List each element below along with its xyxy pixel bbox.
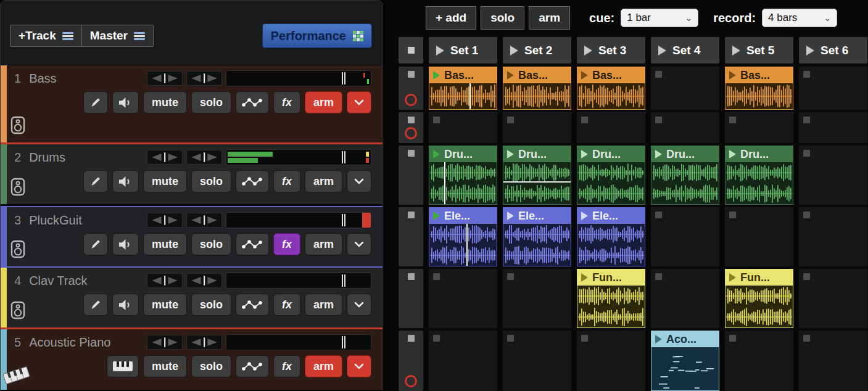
track-title[interactable]: Bass [29,72,56,86]
row-stop-icon[interactable] [408,273,415,280]
fx-button[interactable]: fx [273,170,300,192]
clip-slot[interactable] [651,269,719,328]
clip-slot[interactable]: Bas... [503,67,571,110]
speaker-button[interactable] [112,233,139,255]
clip-slot[interactable] [799,331,867,391]
pan-control[interactable] [147,150,183,165]
track-title[interactable]: PluckGuit [29,213,82,228]
solo-button[interactable]: solo [191,355,231,377]
row-stop-cell[interactable] [399,146,423,205]
scene-header[interactable]: Set 5 [725,37,793,64]
volume-control[interactable] [186,335,222,350]
row-stop-icon[interactable] [408,335,415,342]
midi-keyboard-button[interactable] [107,355,139,377]
scene-play-icon[interactable] [658,46,666,56]
clip[interactable]: Bas... [429,67,497,110]
clip-slot[interactable]: Ele... [577,207,645,266]
pan-control[interactable] [147,335,183,350]
track-title[interactable]: Clav Track [29,274,87,288]
clip[interactable]: Dru... [577,146,645,205]
clip-slot[interactable] [725,207,793,266]
clip-slot[interactable] [503,112,571,143]
scene-play-icon[interactable] [436,46,444,56]
launcher-solo-button[interactable]: solo [481,6,524,30]
automation-button[interactable] [236,355,269,377]
clip-playing-icon[interactable] [433,71,440,80]
clip-slot[interactable]: Dru... [503,146,571,205]
track-row[interactable]: 4 Clav Track mute solo [1,268,382,329]
clip[interactable]: Dru... [503,146,571,205]
clip-playing-icon[interactable] [433,212,440,220]
clip-slot[interactable]: Bas... [725,67,793,110]
clip-slot[interactable] [651,112,719,143]
fx-button[interactable]: fx [273,233,300,255]
clip-slot[interactable] [651,207,719,266]
automation-button[interactable] [236,170,269,192]
automation-button[interactable] [236,294,269,316]
track-menu-chevron[interactable] [347,91,371,113]
clip[interactable]: Dru... [651,146,719,205]
clip-play-icon[interactable] [655,335,662,344]
level-meter[interactable] [226,70,371,86]
clip[interactable]: Ele... [429,207,497,266]
row-stop-cell[interactable] [399,331,423,391]
scene-header[interactable]: Set 6 [799,37,867,64]
row-stop-icon[interactable] [408,71,415,78]
level-meter[interactable] [226,149,371,165]
row-stop-icon[interactable] [408,150,415,157]
speaker-button[interactable] [112,294,139,316]
row-stop-icon[interactable] [408,117,415,123]
track-row[interactable]: 3 PluckGuit mute solo [1,206,382,268]
clip-slot[interactable] [429,331,497,391]
master-button[interactable]: Master [82,25,153,46]
arm-button[interactable]: arm [305,170,342,192]
launcher-arm-button[interactable]: arm [529,6,570,30]
performance-button[interactable]: Performance [262,23,372,48]
clip[interactable]: Ele... [503,207,571,266]
edit-tool-button[interactable] [83,170,108,192]
clip-slot[interactable]: Ele... [503,207,571,266]
level-meter[interactable] [226,273,371,289]
level-meter[interactable] [226,334,371,350]
clip-play-icon[interactable] [729,150,736,158]
clip-slot[interactable] [577,112,645,143]
clip-slot[interactable] [725,112,793,143]
pan-control[interactable] [147,71,183,86]
cue-select[interactable]: 1 bar ⌄ [621,9,698,27]
arm-button[interactable]: arm [305,294,342,316]
clip[interactable]: Bas... [725,67,793,110]
clip-play-icon[interactable] [729,273,736,282]
clip-slot[interactable] [503,269,571,328]
automation-button[interactable] [236,233,269,255]
fx-button[interactable]: fx [273,355,300,377]
row-stop-cell[interactable] [399,207,423,266]
volume-control[interactable] [186,213,222,228]
clip-slot[interactable]: Aco... [651,331,719,391]
record-select[interactable]: 4 bars ⌄ [762,9,837,27]
mute-button[interactable]: mute [143,91,187,113]
scene-play-icon[interactable] [510,46,518,56]
speaker-button[interactable] [112,91,139,113]
track-row[interactable]: 1 Bass mute solo [1,65,382,144]
clip-play-icon[interactable] [507,212,514,220]
clip-play-icon[interactable] [581,150,588,158]
edit-tool-button[interactable] [83,233,108,255]
clip-slot[interactable]: Dru... [429,146,497,205]
scene-header[interactable]: Set 3 [577,37,645,64]
clip-slot[interactable]: Ele... [429,207,497,266]
scene-header[interactable]: Set 4 [651,37,719,64]
clip-slot[interactable]: Dru... [577,146,645,205]
track-menu-chevron[interactable] [347,355,371,377]
solo-button[interactable]: solo [191,294,231,316]
clip-slot[interactable] [577,331,645,391]
pan-control[interactable] [147,273,183,288]
clip[interactable]: Fun... [577,269,645,328]
clip-slot[interactable] [429,112,497,143]
fx-button[interactable]: fx [273,294,300,316]
track-title[interactable]: Acoustic Piano [29,335,110,350]
row-stop-cell[interactable] [399,112,423,143]
track-menu-chevron[interactable] [347,233,371,255]
mute-button[interactable]: mute [143,355,187,377]
arm-button[interactable]: arm [305,355,342,377]
scene-play-icon[interactable] [584,46,592,56]
